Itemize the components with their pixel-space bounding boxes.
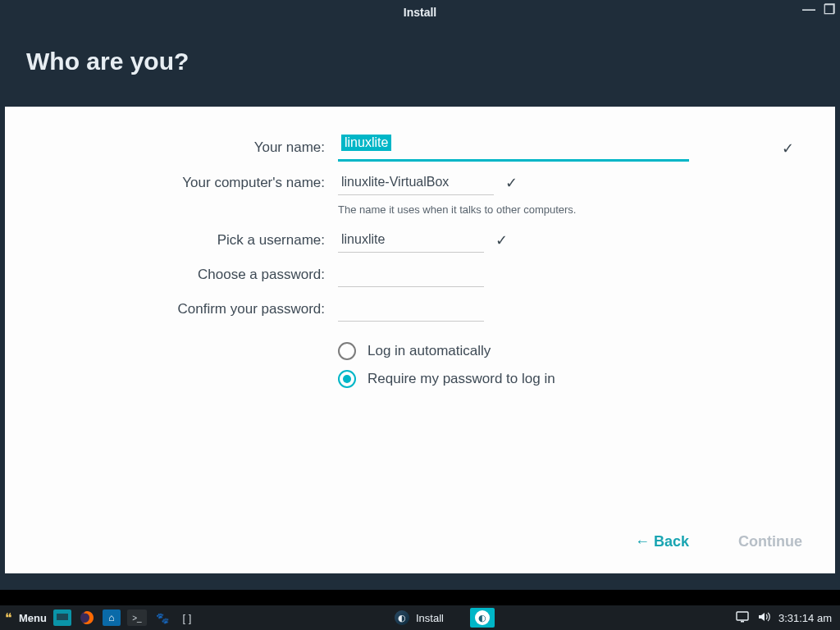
- svg-rect-1: [57, 614, 68, 620]
- form-panel: Your name: linuxlite ✓ Your computer's n…: [5, 107, 835, 573]
- menu-feather-icon[interactable]: ❝: [5, 610, 12, 626]
- taskbar: ❝ Menu ⌂ >_ 🐾 [ ] ◐ Install ◐ 3:31:14 am: [0, 605, 840, 630]
- minimize-icon[interactable]: —: [802, 3, 815, 16]
- computer-name-hint: The name it uses when it talks to other …: [338, 203, 819, 216]
- maximize-icon[interactable]: ❐: [824, 3, 835, 16]
- back-label: Back: [654, 533, 689, 550]
- svg-rect-3: [737, 612, 748, 620]
- file-manager-icon[interactable]: ⌂: [103, 609, 121, 626]
- taskbar-app-label: Install: [416, 612, 444, 624]
- install-app-icon: ◐: [475, 610, 490, 625]
- terminal-icon[interactable]: >_: [127, 609, 147, 626]
- svg-rect-4: [741, 621, 744, 623]
- titlebar[interactable]: Install — ❐: [0, 0, 840, 25]
- firefox-icon[interactable]: [78, 609, 96, 626]
- page-heading: Who are you?: [0, 25, 840, 105]
- radio-require-password[interactable]: [338, 370, 356, 388]
- password-input[interactable]: [338, 262, 484, 287]
- back-button[interactable]: ← Back: [635, 533, 689, 550]
- label-your-name: Your name:: [21, 135, 338, 161]
- username-input[interactable]: [338, 227, 484, 253]
- clock[interactable]: 3:31:14 am: [778, 612, 832, 624]
- taskbar-app-install[interactable]: ◐ Install: [390, 608, 463, 628]
- check-icon: ✓: [495, 231, 508, 249]
- menu-button[interactable]: Menu: [19, 612, 47, 624]
- your-name-value: linuxlite: [341, 135, 391, 151]
- paw-icon[interactable]: 🐾: [153, 609, 171, 626]
- window-title: Install: [404, 6, 436, 19]
- label-password: Choose a password:: [21, 262, 338, 288]
- radio-require-password-label: Require my password to log in: [368, 371, 555, 387]
- label-username: Pick a username:: [21, 227, 338, 253]
- radio-login-auto[interactable]: [338, 342, 356, 360]
- computer-name-input[interactable]: [338, 170, 494, 195]
- install-app-icon: ◐: [395, 610, 409, 625]
- label-computer-name: Your computer's name:: [21, 170, 338, 196]
- arrow-left-icon: ←: [635, 533, 650, 550]
- install-window: Install — ❐ Who are you? Your name: linu…: [0, 0, 840, 590]
- label-confirm-password: Confirm your password:: [21, 296, 338, 322]
- check-icon: ✓: [782, 139, 794, 158]
- confirm-password-input[interactable]: [338, 296, 484, 322]
- check-icon: ✓: [505, 174, 518, 192]
- continue-button: Continue: [738, 533, 802, 550]
- brackets-icon[interactable]: [ ]: [178, 609, 196, 626]
- taskbar-app-install-active[interactable]: ◐: [470, 608, 495, 628]
- display-icon[interactable]: [736, 611, 749, 625]
- radio-login-auto-label: Log in automatically: [368, 343, 491, 359]
- volume-icon[interactable]: [757, 611, 770, 625]
- your-name-input[interactable]: linuxlite: [338, 135, 689, 162]
- show-desktop-icon[interactable]: [53, 609, 71, 626]
